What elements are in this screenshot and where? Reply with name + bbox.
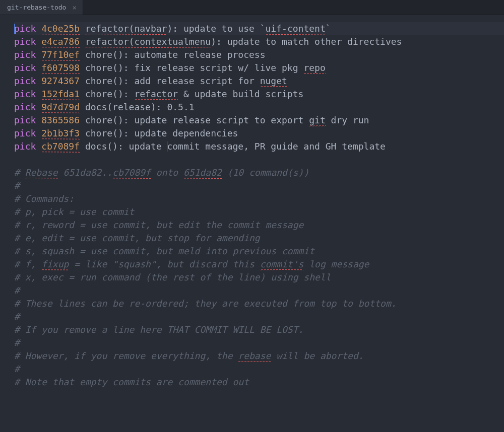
- msg-text: commit message, PR guide and GH template: [167, 141, 385, 152]
- comment-line[interactable]: #: [14, 179, 504, 192]
- hash-text: 2b1b3f3: [41, 127, 80, 140]
- hash-text: f607598: [41, 61, 80, 75]
- cmt-text: will be aborted.: [271, 350, 363, 361]
- msg-text: docs(): update: [80, 141, 167, 152]
- pick-line[interactable]: pick 9274367 chore(): add release script…: [14, 75, 504, 88]
- blank-line[interactable]: [14, 153, 504, 166]
- pick-line[interactable]: pick 8365586 chore(): update release scr…: [14, 114, 504, 127]
- comment-line[interactable]: #: [14, 336, 504, 349]
- msg-text: `: [326, 23, 331, 34]
- cmt-text: #: [14, 337, 20, 348]
- comment-line[interactable]: # Note that empty commits are commented …: [14, 376, 504, 389]
- hash-text: cb7089f: [41, 140, 80, 153]
- cmt-text: rebase: [238, 349, 271, 363]
- comment-line[interactable]: #: [14, 363, 504, 376]
- msg-text: [80, 36, 85, 47]
- msg-text: ): update to match other directives: [211, 36, 402, 47]
- cmd-text: pick: [14, 23, 41, 34]
- msg-text: repo: [303, 61, 325, 75]
- pick-line[interactable]: pick cb7089f docs(): update commit messa…: [14, 140, 504, 153]
- cmd-text: pick: [14, 36, 41, 47]
- cmt-text: # These lines can be re-ordered; they ar…: [14, 298, 397, 309]
- cmt-text: # e, edit = use commit, but stop for ame…: [14, 233, 260, 243]
- close-icon[interactable]: ×: [71, 0, 77, 15]
- msg-text: docs(release): 0.5.1: [80, 102, 195, 112]
- cmt-text: # x, exec = run command (the rest of the…: [14, 272, 331, 282]
- comment-line[interactable]: # f, fixup = like "squash", but discard …: [14, 258, 504, 271]
- msg-text: uif-content: [266, 22, 326, 35]
- cmt-text: # s, squash = use commit, but meld into …: [14, 246, 314, 256]
- cmt-text: # f,: [14, 259, 41, 269]
- cmt-text: cb7089f: [112, 166, 151, 179]
- cmt-text: 651da82..: [58, 167, 112, 178]
- cmt-text: #: [14, 364, 20, 374]
- msg-text: chore(): automate release process: [80, 49, 265, 60]
- comment-line[interactable]: # Rebase 651da82..cb7089f onto 651da82 (…: [14, 166, 504, 179]
- hash-text: 9274367: [41, 76, 80, 86]
- msg-text: git: [309, 114, 326, 127]
- pick-line[interactable]: pick 2b1b3f3 chore(): update dependencie…: [14, 127, 504, 140]
- msg-text: nuget: [260, 75, 287, 88]
- msg-text: & update build scripts: [178, 89, 303, 99]
- cmt-text: onto: [151, 167, 183, 178]
- cmt-text: fixup: [41, 258, 69, 271]
- hash-text: 77f10ef: [41, 48, 80, 61]
- comment-line[interactable]: # x, exec = run command (the rest of the…: [14, 271, 504, 284]
- cmt-text: #: [14, 311, 20, 322]
- cmd-text: pick: [14, 89, 41, 99]
- cmt-text: # Note that empty commits are commented …: [14, 377, 249, 387]
- comment-line[interactable]: # e, edit = use commit, but stop for ame…: [14, 232, 504, 245]
- comment-line[interactable]: # r, reword = use commit, but edit the c…: [14, 219, 504, 232]
- cmt-text: #: [14, 285, 20, 296]
- hash-text: 8365586: [41, 115, 80, 125]
- msg-text: chore(): fix release script w/ live pkg: [80, 62, 303, 73]
- comment-line[interactable]: # s, squash = use commit, but meld into …: [14, 245, 504, 258]
- cmd-text: pick: [14, 62, 41, 73]
- tab-git-rebase-todo[interactable]: git-rebase-todo ×: [0, 0, 83, 15]
- hash-text: e4ca786: [41, 35, 80, 48]
- cmt-text: log message: [303, 259, 369, 269]
- cmd-text: pick: [14, 141, 41, 152]
- cmd-text: pick: [14, 49, 41, 60]
- msg-text: chore(): update release script to export: [80, 115, 309, 125]
- pick-line[interactable]: pick 77f10ef chore(): automate release p…: [14, 48, 504, 61]
- msg-text: [80, 23, 85, 34]
- msg-text: refactor(contextualmenu: [85, 35, 211, 48]
- tab-title: git-rebase-todo: [7, 0, 66, 15]
- cmt-text: # If you remove a line here THAT COMMIT …: [14, 324, 303, 335]
- msg-text: refactor(navbar: [85, 22, 167, 35]
- msg-text: chore(): add release script for: [80, 76, 260, 86]
- cmt-text: # Commands:: [14, 193, 74, 204]
- pick-line[interactable]: pick f607598 chore(): fix release script…: [14, 61, 504, 75]
- comment-line[interactable]: # However, if you remove everything, the…: [14, 349, 504, 363]
- msg-text: refactor: [134, 88, 178, 101]
- pick-line[interactable]: pick e4ca786 refactor(contextualmenu): u…: [14, 35, 504, 48]
- msg-text: chore():: [80, 89, 134, 99]
- cmt-text: 651da82: [183, 166, 222, 179]
- pick-line[interactable]: pick 152fda1 chore(): refactor & update …: [14, 88, 504, 101]
- pick-line[interactable]: pick 9d7d79d docs(release): 0.5.1: [14, 101, 504, 114]
- msg-text: chore(): update dependencies: [80, 128, 238, 138]
- comment-line[interactable]: #: [14, 284, 504, 297]
- comment-line[interactable]: # Commands:: [14, 192, 504, 205]
- cmd-text: pick: [14, 76, 41, 86]
- comment-line[interactable]: #: [14, 310, 504, 323]
- comment-line[interactable]: # p, pick = use commit: [14, 205, 504, 219]
- comment-line[interactable]: # If you remove a line here THAT COMMIT …: [14, 323, 504, 336]
- cmd-text: pick: [14, 115, 41, 125]
- pick-line[interactable]: pick 4c0e25b refactor(navbar): update to…: [14, 22, 504, 35]
- cmt-text: #: [14, 180, 20, 191]
- comment-line[interactable]: # These lines can be re-ordered; they ar…: [14, 297, 504, 310]
- cmt-text: # p, pick = use commit: [14, 206, 134, 217]
- hash-text: 152fda1: [41, 88, 80, 101]
- cmt-text: Rebase: [25, 166, 58, 179]
- cmt-text: # However, if you remove everything, the: [14, 350, 238, 361]
- cmt-text: # r, reword = use commit, but edit the c…: [14, 220, 303, 230]
- hash-text: 4c0e25b: [41, 22, 80, 35]
- msg-text: ): update to use `: [167, 23, 265, 34]
- cmd-text: pick: [14, 102, 41, 112]
- hash-text: 9d7d79d: [41, 101, 80, 114]
- editor-area[interactable]: pick 4c0e25b refactor(navbar): update to…: [0, 15, 504, 389]
- cmt-text: #: [14, 167, 25, 178]
- msg-text: dry run: [326, 115, 369, 125]
